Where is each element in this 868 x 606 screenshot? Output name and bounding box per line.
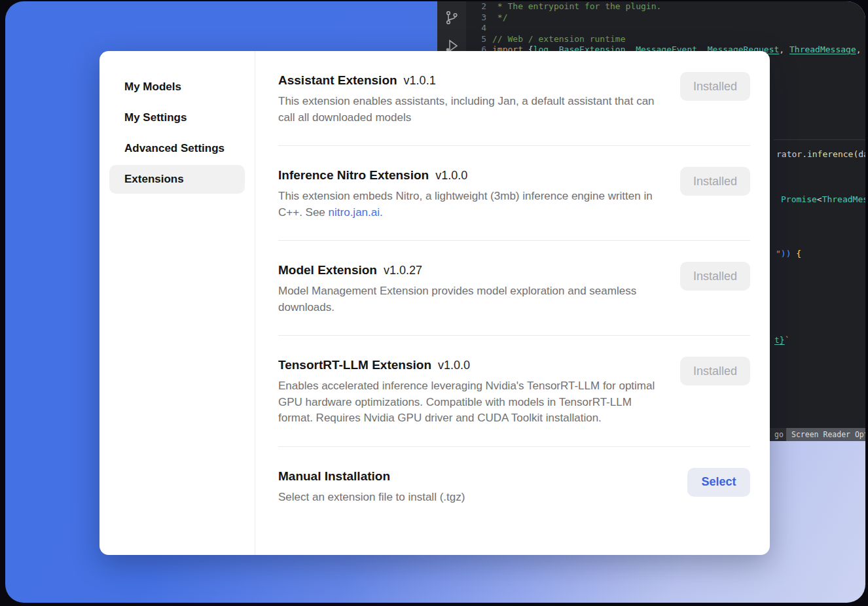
- screenshot-canvas: 2 * The entrypoint for the plugin. 3 */ …: [0, 0, 868, 606]
- status-item-screen-reader[interactable]: Screen Reader Optimized: [786, 428, 865, 441]
- code-token: `: [785, 335, 790, 345]
- installed-button[interactable]: Installed: [680, 167, 750, 196]
- installed-button[interactable]: Installed: [680, 262, 750, 291]
- extension-info: Model Extensionv1.0.27 Model Management …: [278, 263, 659, 315]
- extension-info: Assistant Extensionv1.0.1 This extension…: [278, 73, 659, 126]
- extension-row-tensorrt-llm: TensortRT-LLM Extensionv1.0.0 Enables ac…: [278, 336, 750, 447]
- line-number: 4: [466, 23, 492, 34]
- extension-version: v1.0.0: [435, 169, 467, 182]
- import-id: ThreadMessage: [789, 45, 856, 54]
- extension-heading: TensortRT-LLM Extensionv1.0.0: [278, 358, 659, 372]
- code-text: // Web / extension runtime: [492, 34, 626, 45]
- line-number: 2: [466, 1, 492, 12]
- status-item[interactable]: go: [774, 428, 784, 441]
- code-line: 2 * The entrypoint for the plugin.: [466, 1, 865, 12]
- code-token: )): [781, 249, 796, 258]
- code-token: data: [858, 149, 865, 159]
- code-text: * The entrypoint for the plugin.: [492, 1, 661, 12]
- extension-description: Enables accelerated inference leveraging…: [278, 378, 659, 427]
- extension-version: v1.0.0: [438, 359, 470, 372]
- extension-version: v1.0.27: [384, 264, 422, 277]
- extension-heading: Inference Nitro Extensionv1.0.0: [278, 168, 659, 183]
- code-line: 4: [466, 23, 865, 34]
- code-token: ThreadMessage: [822, 194, 865, 204]
- settings-sidebar: My Models My Settings Advanced Settings …: [99, 51, 255, 555]
- code-token: inference: [807, 149, 853, 159]
- extension-description: Model Management Extension provides mode…: [278, 283, 659, 315]
- sidebar-item-extensions[interactable]: Extensions: [109, 165, 245, 194]
- code-line: 3 */: [466, 12, 865, 24]
- punct-token: ,: [856, 45, 865, 54]
- code-token: <: [817, 194, 822, 204]
- extension-info: TensortRT-LLM Extensionv1.0.0 Enables ac…: [278, 358, 659, 427]
- extension-title: Model Extension: [278, 263, 377, 277]
- code-token: t}: [774, 335, 785, 345]
- extension-description: This extension enables assistants, inclu…: [278, 94, 659, 126]
- code-token: {: [796, 249, 801, 258]
- extension-heading: Assistant Extensionv1.0.1: [278, 73, 659, 88]
- line-number: 3: [466, 12, 492, 24]
- code-fragment: rator.inference(data));: [776, 149, 865, 160]
- extension-description: Select an extension file to install (.tg…: [278, 490, 465, 506]
- sidebar-item-my-models[interactable]: My Models: [109, 73, 245, 101]
- extension-row-model: Model Extensionv1.0.27 Model Management …: [278, 241, 750, 336]
- punct-token: ,: [779, 45, 789, 54]
- line-number: 5: [466, 34, 492, 45]
- code-token: Promise: [781, 194, 817, 204]
- select-button[interactable]: Select: [687, 468, 750, 497]
- code-fragment: t}`: [774, 335, 789, 346]
- nitro-jan-ai-link[interactable]: nitro.jan.ai.: [329, 206, 383, 219]
- extension-title: Assistant Extension: [278, 73, 397, 87]
- extension-row-inference-nitro: Inference Nitro Extensionv1.0.0 This ext…: [278, 146, 750, 241]
- extension-heading: Model Extensionv1.0.27: [278, 263, 659, 277]
- code-text: */: [492, 12, 507, 24]
- settings-modal: My Models My Settings Advanced Settings …: [99, 51, 770, 555]
- code-token: ": [776, 249, 781, 258]
- extension-info: Manual Installation Select an extension …: [278, 469, 465, 506]
- sidebar-item-label: Extensions: [124, 173, 184, 186]
- sidebar-item-label: My Models: [124, 80, 181, 94]
- extension-row-manual-installation: Manual Installation Select an extension …: [278, 447, 750, 526]
- code-line: 5 // Web / extension runtime: [466, 34, 865, 45]
- extension-title: Manual Installation: [278, 469, 390, 483]
- code-fragment: ")) {: [776, 249, 801, 259]
- desktop-window: 2 * The entrypoint for the plugin. 3 */ …: [5, 1, 865, 603]
- sidebar-item-my-settings[interactable]: My Settings: [109, 103, 245, 132]
- source-control-icon[interactable]: [444, 10, 460, 26]
- code-token: rator.: [776, 149, 807, 159]
- installed-button[interactable]: Installed: [680, 72, 750, 101]
- extension-heading: Manual Installation: [278, 469, 465, 484]
- sidebar-item-advanced-settings[interactable]: Advanced Settings: [109, 134, 245, 163]
- extension-info: Inference Nitro Extensionv1.0.0 This ext…: [278, 168, 659, 221]
- sidebar-item-label: Advanced Settings: [124, 142, 225, 155]
- extensions-list: Assistant Extensionv1.0.1 This extension…: [255, 51, 770, 555]
- code-fragment: Promise<ThreadMessage>: [781, 194, 865, 205]
- sidebar-item-label: My Settings: [124, 111, 187, 124]
- extension-row-assistant: Assistant Extensionv1.0.1 This extension…: [278, 73, 750, 146]
- extension-title: TensortRT-LLM Extension: [278, 358, 431, 372]
- extension-description: This extension embeds Nitro, a lightweig…: [278, 188, 659, 221]
- extension-version: v1.0.1: [404, 74, 436, 87]
- extension-title: Inference Nitro Extension: [278, 168, 429, 182]
- installed-button[interactable]: Installed: [680, 357, 750, 385]
- editor-divider-line: [774, 139, 865, 140]
